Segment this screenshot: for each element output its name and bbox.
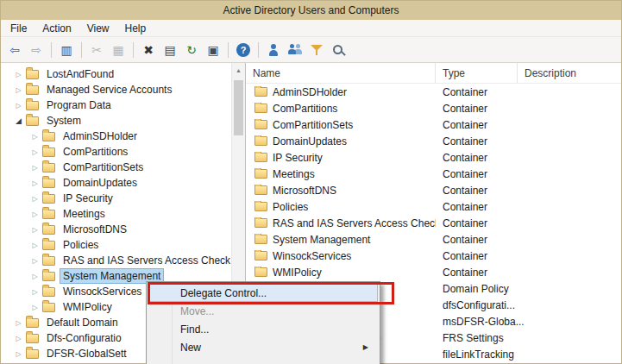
list-row[interactable]: DomainUpdatesContainer <box>246 133 621 149</box>
folder-icon <box>254 104 267 113</box>
tree-item[interactable]: ▷IP Security <box>1 191 245 206</box>
tree-item-label: WinsockServices <box>60 284 145 299</box>
expand-toggle-icon[interactable]: ▷ <box>29 288 41 296</box>
tree-item[interactable]: ▷ComPartitions <box>1 144 245 160</box>
item-type: FRS Settings <box>436 332 518 344</box>
find-objects-icon[interactable] <box>328 40 349 60</box>
expand-toggle-icon[interactable]: ▷ <box>29 179 41 187</box>
list-row[interactable]: WinsockServicesContainer <box>246 248 621 264</box>
expand-toggle-icon[interactable]: ▷ <box>29 210 41 218</box>
expand-toggle-icon[interactable]: ▷ <box>29 164 41 172</box>
expand-toggle-icon[interactable]: ◢ <box>13 116 24 125</box>
folder-icon <box>26 70 39 79</box>
expand-toggle-icon[interactable]: ▷ <box>13 86 24 94</box>
context-menu-item[interactable]: Find... <box>148 320 378 338</box>
menu-action[interactable]: Action <box>35 21 79 36</box>
expand-toggle-icon[interactable]: ▷ <box>13 350 24 358</box>
back-icon[interactable]: ⇦ <box>4 40 25 60</box>
add-user-icon[interactable] <box>263 40 284 60</box>
expand-toggle-icon[interactable]: ▷ <box>13 102 24 110</box>
expand-toggle-icon[interactable]: ▷ <box>13 71 24 78</box>
toolbar: ⇦⇨▥✂▦✖▤↻▣? <box>1 37 621 63</box>
scroll-up-icon[interactable]: ▲ <box>232 63 245 77</box>
folder-icon <box>42 179 55 188</box>
menu-help[interactable]: Help <box>117 21 154 36</box>
expand-toggle-icon[interactable]: ▷ <box>29 304 41 311</box>
tree-item[interactable]: ◢System <box>1 113 245 129</box>
menu-file[interactable]: File <box>3 21 35 36</box>
expand-toggle-icon[interactable]: ▷ <box>29 242 41 249</box>
paste-icon[interactable]: ▦ <box>108 40 129 60</box>
expand-toggle-icon[interactable]: ▷ <box>29 273 41 280</box>
list-row[interactable]: PoliciesContainer <box>246 198 621 215</box>
list-row[interactable]: WMIPolicyContainer <box>246 264 621 280</box>
tree-item[interactable]: ▷LostAndFound <box>1 66 245 82</box>
export-list-icon[interactable]: ▤ <box>160 40 180 60</box>
tree-item[interactable]: ▷AdminSDHolder <box>1 129 245 144</box>
item-type: Container <box>436 267 518 279</box>
show-console-tree-icon[interactable]: ▥ <box>56 40 77 60</box>
tree-item[interactable]: ▷DomainUpdates <box>1 175 245 191</box>
column-header-name[interactable]: Name <box>246 63 436 83</box>
item-name: MicrosoftDNS <box>273 185 336 197</box>
item-type: Container <box>436 119 518 131</box>
list-row[interactable]: ComPartitionSetsContainer <box>246 116 621 133</box>
tree-item[interactable]: ▷ComPartitionSets <box>1 160 245 175</box>
tree-item[interactable]: ▷RAS and IAS Servers Access Check <box>1 253 245 268</box>
folder-icon <box>42 194 55 204</box>
forward-icon[interactable]: ⇨ <box>26 40 47 60</box>
list-row[interactable]: IP SecurityContainer <box>246 149 621 166</box>
expand-toggle-icon[interactable]: ▷ <box>13 319 24 327</box>
toolbar-separator <box>81 42 82 58</box>
expand-toggle-icon[interactable]: ▷ <box>29 133 41 141</box>
expand-toggle-icon[interactable]: ▷ <box>29 148 41 156</box>
toolbar-separator <box>133 42 134 58</box>
list-row[interactable]: System ManagementContainer <box>246 231 621 248</box>
list-row[interactable]: MicrosoftDNSContainer <box>246 182 621 198</box>
folder-icon <box>26 349 39 359</box>
context-menu-item[interactable]: Move... <box>148 302 378 320</box>
list-row[interactable]: RAS and IAS Servers Access CheckContaine… <box>246 215 621 231</box>
item-type: Container <box>436 103 518 115</box>
expand-toggle-icon[interactable]: ▷ <box>29 257 41 265</box>
scrollbar-thumb[interactable] <box>234 80 243 135</box>
column-header-description[interactable]: Description <box>518 63 621 83</box>
help-icon[interactable]: ? <box>233 40 254 60</box>
tree-item-label: ComPartitionSets <box>60 160 147 175</box>
tree-item-label: System <box>43 113 85 129</box>
expand-toggle-icon[interactable]: ▷ <box>29 195 41 203</box>
item-name: WinsockServices <box>273 250 351 262</box>
delete-icon[interactable]: ✖ <box>138 40 159 60</box>
expand-toggle-icon[interactable]: ▷ <box>29 226 41 234</box>
folder-icon <box>254 169 267 179</box>
item-type: Container <box>436 185 518 197</box>
refresh-icon[interactable]: ↻ <box>181 40 202 60</box>
column-header-type[interactable]: Type <box>436 63 518 83</box>
set-filter-icon[interactable] <box>306 40 327 60</box>
tree-item[interactable]: ▷Meetings <box>1 206 245 222</box>
list-cell-name: Policies <box>246 201 436 213</box>
toolbar-separator <box>51 42 52 58</box>
menu-view[interactable]: View <box>79 21 117 36</box>
folder-icon <box>26 334 39 343</box>
list-row[interactable]: ComPartitionsContainer <box>246 100 621 116</box>
cut-icon[interactable]: ✂ <box>86 40 107 60</box>
tree-item-label: WMIPolicy <box>60 299 116 315</box>
item-type: Container <box>436 201 518 213</box>
tree-item[interactable]: ▷Managed Service Accounts <box>1 82 245 97</box>
properties-icon[interactable]: ▣ <box>203 40 223 60</box>
tree-item[interactable]: ▷Program Data <box>1 97 245 113</box>
item-type: Container <box>436 86 518 98</box>
context-menu-item[interactable]: New▶ <box>148 338 378 356</box>
add-group-icon[interactable] <box>285 40 305 60</box>
expand-toggle-icon[interactable]: ▷ <box>13 335 24 342</box>
list-row[interactable]: AdminSDHolderContainer <box>246 84 621 100</box>
item-type: Container <box>436 217 518 229</box>
tree-item-label: DomainUpdates <box>60 175 141 191</box>
context-menu-item[interactable]: Delegate Control... <box>148 284 378 302</box>
tree-item[interactable]: ▷Policies <box>1 237 245 253</box>
list-row[interactable]: MeetingsContainer <box>246 166 621 182</box>
tree-item[interactable]: ▷MicrosoftDNS <box>1 222 245 237</box>
tree-item-label: Dfs-Configuratio <box>43 330 125 346</box>
title-bar[interactable]: Active Directory Users and Computers <box>1 1 621 20</box>
